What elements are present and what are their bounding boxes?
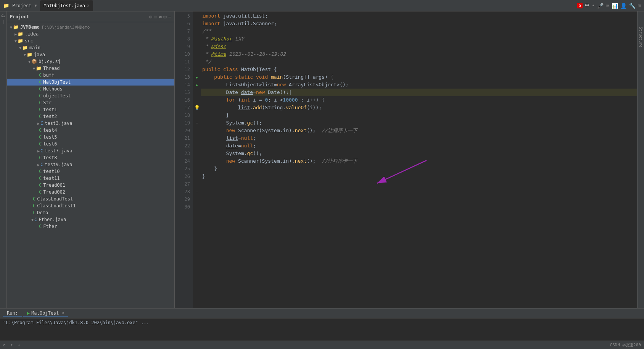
dot-icon: • <box>592 3 595 8</box>
tree-item-fther[interactable]: C Fther <box>7 223 174 230</box>
tree-item-str[interactable]: C Str <box>7 99 174 106</box>
tree-item-test5[interactable]: C test5 <box>7 134 174 141</box>
tree-item-java[interactable]: ▼ 📁 java <box>7 51 174 58</box>
tree-item-classloadtest1[interactable]: C ClassLoadtest1 <box>7 202 174 209</box>
tree-label-test11: test11 <box>43 176 60 181</box>
bottom-icon-down[interactable]: ↓ <box>18 343 21 347</box>
run-tab[interactable]: ▶ MatObjTest × <box>23 310 68 317</box>
line-numbers: 5 6 7 8 9 10 11 12 13 14 15 16 17 18 19 … <box>175 11 193 308</box>
project-label[interactable]: Project <box>12 3 32 8</box>
tree-item-objecttest[interactable]: C objectTest <box>7 92 174 99</box>
top-right-icons: S 中 • 🎤 ⌨ 📊 👤 🔧 ⊞ <box>577 2 641 9</box>
tree-item-test11[interactable]: C test11 <box>7 175 174 182</box>
sidebar-icon-add[interactable]: ⊕ <box>149 14 152 20</box>
tree-item-idea[interactable]: ▶ 📁 .idea <box>7 31 174 37</box>
bottom-icon-up[interactable]: ↑ <box>10 343 13 347</box>
code-line-23: new Scanner(System.in).next(); //让程序卡一下 <box>201 127 637 134</box>
tree-item-bjcysj[interactable]: ▼ 📦 bj.cy.sj <box>7 58 174 65</box>
class-icon-test8: C <box>39 155 42 160</box>
expand-arrow-main: ▼ <box>19 46 21 50</box>
tree-item-test2[interactable]: C test2 <box>7 113 174 120</box>
sidebar-icon-list[interactable]: ≡ <box>154 14 157 20</box>
tree-item-tread001[interactable]: C Tread001 <box>7 182 174 189</box>
tree-item-methods[interactable]: C Methods <box>7 86 174 92</box>
tree-item-test9java[interactable]: ▶ C test9.java <box>7 161 174 168</box>
folder-icon-idea: 📁 <box>18 31 23 37</box>
sidebar-icon-sort[interactable]: ≈ <box>159 14 162 20</box>
fold-19[interactable]: − <box>196 119 198 127</box>
project-edge-icon[interactable]: 🗂 <box>1 13 6 18</box>
run-tab-label: Run: <box>3 310 22 317</box>
user-icon[interactable]: 👤 <box>620 3 627 9</box>
package-icon-bjcysj: 📦 <box>31 59 37 64</box>
tree-label-jvmdemo: JVMDemo <box>20 24 40 30</box>
tab[interactable]: MatObjTest.java × <box>40 0 93 11</box>
tree-item-classloadtest[interactable]: C ClassLoadTest <box>7 196 174 202</box>
tree-item-ftherjava[interactable]: ▼ C Fther.java <box>7 216 174 223</box>
dropdown-icon[interactable]: ▼ <box>35 3 37 8</box>
code-line-19: for (int i = 0; i <10000 ; i++) { <box>201 96 637 104</box>
bottom-icon-refresh[interactable]: ↺ <box>3 343 6 347</box>
class-icon-objecttest: C <box>39 93 42 99</box>
chart-icon[interactable]: 📊 <box>612 3 618 9</box>
project-folder-icon: 📁 <box>13 24 19 30</box>
class-icon-methods: C <box>39 86 42 92</box>
code-line-8: /** <box>201 27 637 35</box>
class-icon-test6: C <box>39 141 42 147</box>
code-line-22: System.gc(); <box>201 119 637 127</box>
run-indicator-14[interactable]: ▶ <box>196 81 198 89</box>
lang-icon[interactable]: 中 <box>585 2 589 9</box>
project-icon: 📁 <box>3 3 9 8</box>
code-line-25: date=null; <box>201 142 637 150</box>
code-line-24: list=null; <box>201 134 637 142</box>
right-edge[interactable]: Structure <box>637 11 644 308</box>
tree-label-src: src <box>25 38 33 44</box>
mic-icon[interactable]: 🎤 <box>597 3 604 9</box>
expand-arrow-test9: ▶ <box>37 163 40 167</box>
tree-label-test9java: test9.java <box>45 162 72 167</box>
keyboard-icon[interactable]: ⌨ <box>606 3 609 9</box>
filter-icon[interactable]: 🔧 <box>629 3 636 9</box>
tree-item-jvmdemo[interactable]: ▼ 📁 JVMDemo F:\D\jianda\JVMDemo <box>7 24 174 31</box>
tree-item-test1[interactable]: C test1 <box>7 106 174 113</box>
tree-item-main[interactable]: ▼ 📁 main <box>7 44 174 51</box>
run-close[interactable]: × <box>62 311 64 315</box>
code-editor[interactable]: 5 6 7 8 9 10 11 12 13 14 15 16 17 18 19 … <box>175 11 637 308</box>
code-line-11: * @time 2023--01--26--19:02 <box>201 50 637 58</box>
code-line-13: public class MatObjTest { <box>201 66 637 73</box>
tree-item-test4[interactable]: C test4 <box>7 127 174 134</box>
tree-item-test6[interactable]: C test6 <box>7 141 174 147</box>
tree-item-matobjtest[interactable]: C MatObjTest <box>7 79 174 86</box>
java-icon-fther: C <box>34 217 37 222</box>
warning-bulb-17[interactable]: 💡 <box>194 104 200 111</box>
sidebar-icon-minimize[interactable]: − <box>168 14 171 20</box>
left-edge: 🗂 | <box>0 11 7 308</box>
code-lines[interactable]: import java.util.List; import java.util.… <box>201 11 637 308</box>
tree-item-test10[interactable]: C test10 <box>7 168 174 175</box>
sidebar-icon-settings[interactable]: ⚙ <box>163 14 166 20</box>
tree-item-src[interactable]: ▼ 📁 src <box>7 37 174 44</box>
code-area: 5 6 7 8 9 10 11 12 13 14 15 16 17 18 19 … <box>175 11 637 308</box>
tree-item-demo[interactable]: C Demo <box>7 209 174 216</box>
code-line-6: import java.util.Scanner; <box>201 20 637 27</box>
expand-arrow-fther: ▼ <box>31 218 34 222</box>
tree-item-test7java[interactable]: ▶ C test7.java <box>7 147 174 154</box>
fold-28[interactable]: − <box>196 188 198 196</box>
grid-icon[interactable]: ⊞ <box>638 3 641 9</box>
class-icon-demo: C <box>33 210 35 215</box>
tab-close[interactable]: × <box>87 3 89 8</box>
sougou-icon[interactable]: S <box>577 3 583 8</box>
tree-item-test8[interactable]: C test8 <box>7 154 174 161</box>
class-icon-fther: C <box>39 224 42 229</box>
expand-arrow: ▼ <box>10 25 12 29</box>
tree-label-buff: buff <box>43 73 54 78</box>
tree-label-test6: test6 <box>43 141 57 147</box>
tree-item-thread[interactable]: ▼ 📁 Thread <box>7 65 174 72</box>
tree-item-test3java[interactable]: ▶ C test3.java <box>7 120 174 127</box>
run-indicator-13[interactable]: ▶ <box>196 73 198 81</box>
tree-label-idea: .idea <box>25 31 39 37</box>
tree-item-tread002[interactable]: C Tread002 <box>7 189 174 196</box>
tree-item-buff[interactable]: C buff <box>7 72 174 79</box>
code-line-14: public static void main(String[] args) { <box>201 73 637 81</box>
tree-label-methods: Methods <box>43 86 63 92</box>
